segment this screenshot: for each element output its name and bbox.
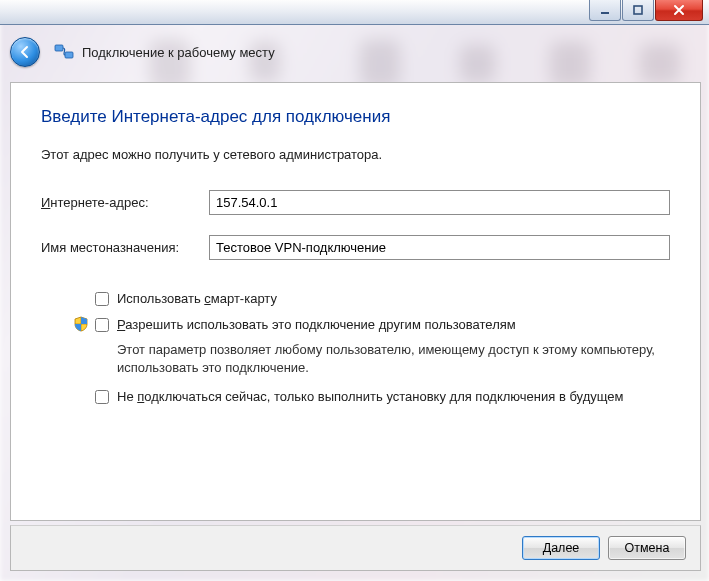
internet-address-label: Интернете-адрес: bbox=[41, 195, 209, 210]
page-subtitle: Этот адрес можно получить у сетевого адм… bbox=[41, 147, 670, 162]
back-button[interactable] bbox=[10, 37, 40, 67]
dont-connect-now-label: Не подключаться сейчас, только выполнить… bbox=[117, 388, 623, 406]
maximize-button[interactable] bbox=[622, 0, 654, 21]
wizard-title: Подключение к рабочему месту bbox=[82, 45, 275, 60]
destination-name-label: Имя местоназначения: bbox=[41, 240, 209, 255]
shield-icon bbox=[73, 316, 89, 332]
title-bar[interactable] bbox=[0, 0, 709, 25]
close-icon bbox=[672, 3, 686, 17]
internet-address-input[interactable] bbox=[209, 190, 670, 215]
wizard-content-panel: Введите Интернета-адрес для подключения … bbox=[10, 82, 701, 521]
destination-name-row: Имя местоназначения: bbox=[41, 235, 670, 260]
page-title: Введите Интернета-адрес для подключения bbox=[41, 107, 670, 127]
close-button[interactable] bbox=[655, 0, 703, 21]
next-button[interactable]: Далее bbox=[522, 536, 600, 560]
back-arrow-icon bbox=[17, 44, 33, 60]
smartcard-checkbox[interactable] bbox=[95, 292, 109, 306]
minimize-button[interactable] bbox=[589, 0, 621, 21]
svg-rect-0 bbox=[601, 12, 609, 14]
smartcard-row: Использовать смарт-карту bbox=[95, 290, 670, 308]
svg-rect-1 bbox=[634, 6, 642, 14]
allow-others-description: Этот параметр позволяет любому пользоват… bbox=[117, 341, 670, 376]
internet-address-row: Интернете-адрес: bbox=[41, 190, 670, 215]
wizard-header: Подключение к рабочему месту bbox=[0, 25, 709, 79]
wizard-footer: Далее Отмена bbox=[10, 525, 701, 571]
cancel-button[interactable]: Отмена bbox=[608, 536, 686, 560]
destination-name-input[interactable] bbox=[209, 235, 670, 260]
minimize-icon bbox=[599, 4, 611, 16]
workplace-icon bbox=[54, 42, 74, 62]
svg-rect-3 bbox=[65, 52, 73, 58]
svg-rect-2 bbox=[55, 45, 63, 51]
dont-connect-now-row: Не подключаться сейчас, только выполнить… bbox=[95, 388, 670, 406]
allow-others-row: Разрешить использовать это подключение д… bbox=[95, 316, 670, 334]
allow-others-label: Разрешить использовать это подключение д… bbox=[117, 316, 516, 334]
options-group: Использовать смарт-карту Разрешить испол… bbox=[41, 290, 670, 406]
maximize-icon bbox=[632, 4, 644, 16]
dont-connect-now-checkbox[interactable] bbox=[95, 390, 109, 404]
window-controls bbox=[589, 0, 703, 21]
allow-others-checkbox[interactable] bbox=[95, 318, 109, 332]
smartcard-label: Использовать смарт-карту bbox=[117, 290, 277, 308]
